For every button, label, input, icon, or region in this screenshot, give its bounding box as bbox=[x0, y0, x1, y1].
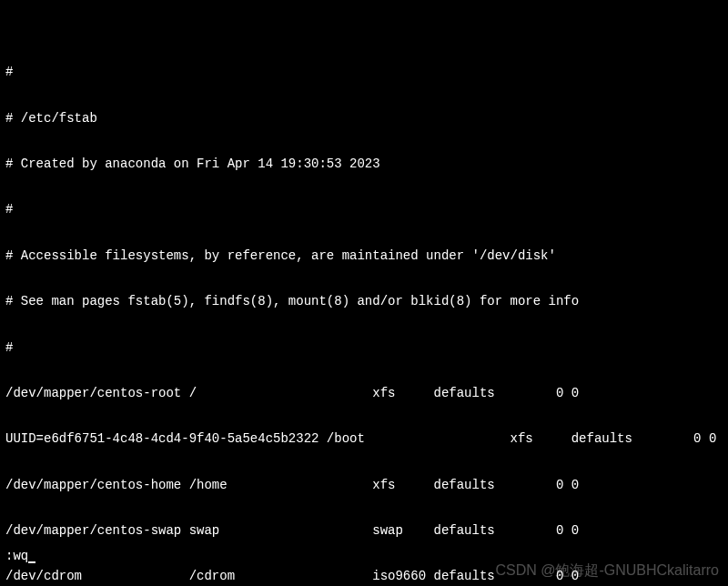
fstab-entry: /dev/mapper/centos-home /home xfs defaul… bbox=[5, 478, 723, 493]
comment-line: # /etc/fstab bbox=[5, 111, 723, 126]
fstab-entry: UUID=e6df6751-4c48-4cd4-9f40-5a5e4c5b232… bbox=[5, 431, 723, 447]
watermark-text: CSDN @鲍海超-GNUBHCkalitarro bbox=[495, 561, 719, 579]
cursor-icon bbox=[28, 561, 35, 563]
vi-command-line[interactable]: :wq bbox=[5, 549, 35, 564]
comment-line: # Created by anaconda on Fri Apr 14 19:3… bbox=[5, 157, 723, 172]
comment-line: # bbox=[5, 340, 723, 356]
fstab-entry: /dev/mapper/centos-root / xfs defaults 0… bbox=[5, 386, 723, 401]
comment-line: # bbox=[5, 202, 723, 217]
comment-line: # See man pages fstab(5), findfs(8), mou… bbox=[5, 294, 723, 309]
fstab-entry: /dev/mapper/centos-swap swap swap defaul… bbox=[5, 523, 723, 539]
comment-line: # Accessible filesystems, by reference, … bbox=[5, 248, 723, 264]
file-content: # # /etc/fstab # Created by anaconda on … bbox=[5, 35, 723, 586]
terminal-window[interactable]: # # /etc/fstab # Created by anaconda on … bbox=[0, 0, 728, 586]
comment-line: # bbox=[5, 65, 723, 80]
vi-command-text: :wq bbox=[5, 549, 28, 563]
